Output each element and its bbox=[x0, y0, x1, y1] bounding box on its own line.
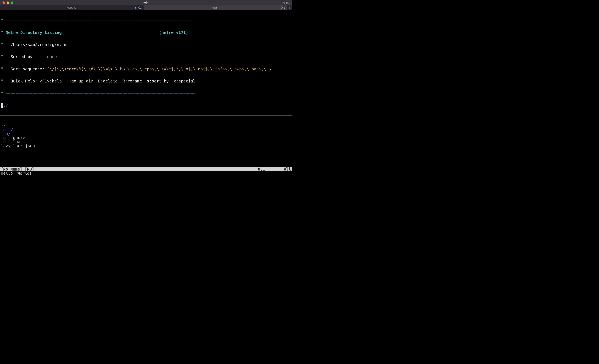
titlebar: nvim ⌥⌘1 bbox=[0, 0, 292, 5]
bottom-padding bbox=[0, 175, 292, 178]
tab-label: nvim bbox=[212, 6, 218, 9]
netrw-file-list: ./.git/lua/.gitignoreinit.lualazy-lock.j… bbox=[1, 124, 291, 148]
minimize-icon[interactable] bbox=[7, 1, 9, 4]
new-tab-button[interactable]: + bbox=[287, 5, 292, 10]
netrw-sortedby-label: Sorted by bbox=[11, 54, 33, 59]
netrw-sortseq-value: [\/]$,\<core\%(\.\d\+\)\=\>,\.h$,\.c$,\.… bbox=[47, 67, 271, 71]
tab-nvim[interactable]: nvim ⌘2 bbox=[144, 5, 287, 10]
empty-line: ~ bbox=[1, 156, 291, 160]
window-title: nvim bbox=[142, 1, 150, 4]
netrw-entry-parent[interactable]: ../ bbox=[1, 103, 291, 107]
empty-lines: ~~~~~~~~~~~~~~~~~~~~~~~ bbox=[1, 156, 291, 167]
empty-line: ~ bbox=[1, 164, 291, 167]
netrw-entry[interactable]: ./ bbox=[1, 124, 291, 128]
close-icon[interactable] bbox=[2, 1, 5, 4]
status-filename: [No Name] [RO] bbox=[1, 167, 34, 171]
empty-line: ~ bbox=[1, 160, 291, 164]
status-cursor-pos: 8,1 bbox=[258, 167, 265, 171]
netrw-entry[interactable]: lazy-lock.json bbox=[1, 144, 291, 148]
netrw-title: Netrw Directory Listing bbox=[6, 30, 62, 35]
netrw-ruler-bottom: ========================================… bbox=[6, 91, 195, 96]
terminal-window: nvim ⌥⌘1 esbuild ⌘1 nvim ⌘2 + " ========… bbox=[0, 0, 292, 178]
netrw-entry[interactable]: .gitignore bbox=[1, 136, 291, 140]
netrw-sortseq-label: Sort sequence: bbox=[11, 67, 44, 71]
modified-dot-icon bbox=[135, 7, 136, 8]
tab-shortcut: ⌘2 bbox=[281, 7, 285, 9]
window-controls bbox=[0, 1, 13, 4]
netrw-ruler: ========================================… bbox=[6, 18, 191, 23]
netrw-entry[interactable]: lua/ bbox=[1, 132, 291, 136]
netrw-path: /Users/sam/.config/nvim bbox=[11, 42, 67, 47]
netrw-help-key: <F1> bbox=[40, 79, 50, 84]
netrw-help-label: Quick Help: bbox=[11, 79, 37, 84]
netrw-version: (netrw v171) bbox=[159, 30, 188, 35]
terminal-viewport[interactable]: " ======================================… bbox=[0, 10, 292, 167]
titlebar-shortcut: ⌥⌘1 bbox=[282, 1, 290, 4]
netrw-entry[interactable]: init.lua bbox=[1, 140, 291, 144]
plus-icon: + bbox=[289, 6, 291, 9]
tab-bar: esbuild ⌘1 nvim ⌘2 + bbox=[0, 5, 292, 10]
command-line[interactable]: Hello, World! bbox=[0, 171, 292, 175]
netrw-entry[interactable]: .git/ bbox=[1, 128, 291, 132]
netrw-help-rest: :help -:go up dir D:delete R:rename s:so… bbox=[50, 79, 195, 84]
window-separator bbox=[0, 115, 292, 116]
tab-esbuild[interactable]: esbuild ⌘1 bbox=[0, 5, 144, 10]
netrw-sortedby-value: name bbox=[47, 54, 57, 59]
maximize-icon[interactable] bbox=[11, 1, 13, 4]
message-text: Hello, World! bbox=[1, 171, 32, 175]
tab-shortcut: ⌘1 bbox=[135, 7, 141, 9]
status-line: [No Name] [RO] 8,1 All bbox=[0, 167, 292, 171]
status-percent: All bbox=[284, 167, 291, 171]
tab-label: esbuild bbox=[67, 6, 76, 9]
